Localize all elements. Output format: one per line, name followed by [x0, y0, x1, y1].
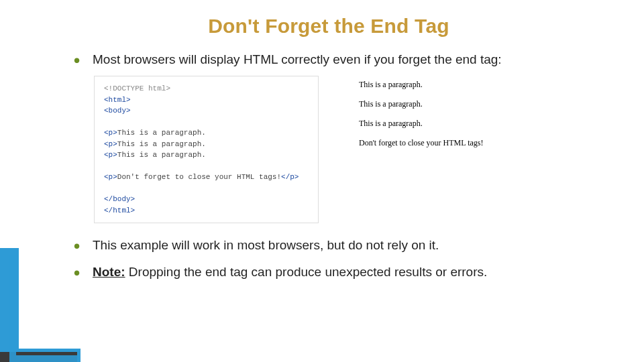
- slide-title: Don't Forget the End Tag: [54, 15, 604, 38]
- code-line-html-close: </html>: [104, 206, 135, 215]
- render-p1: This is a paragraph.: [359, 80, 483, 90]
- bullet-3-note: Note:: [93, 265, 125, 279]
- bullet-list: Most browsers will display HTML correctl…: [54, 50, 604, 69]
- code-line-body-open: <body>: [104, 107, 131, 115]
- render-p3: This is a paragraph.: [359, 119, 483, 129]
- bullet-2-text: This example will work in most browsers,…: [93, 238, 439, 252]
- code-p1-text: This is a paragraph.: [117, 129, 206, 137]
- bullet-1-text: Most browsers will display HTML correctl…: [93, 52, 502, 66]
- svg-marker-1: [0, 352, 77, 362]
- bullet-3: Note: Dropping the end tag can produce u…: [74, 262, 604, 282]
- slide-content: Don't Forget the End Tag Most browsers w…: [0, 0, 644, 302]
- bullet-2: This example will work in most browsers,…: [74, 235, 604, 255]
- bullet-3-rest: Dropping the end tag can produce unexpec…: [125, 265, 488, 279]
- code-p3-tag: <p>: [104, 151, 117, 159]
- code-p4-open: <p>: [104, 173, 117, 181]
- render-p2: This is a paragraph.: [359, 99, 483, 109]
- code-p2-tag: <p>: [104, 140, 117, 148]
- code-p4-text: Don't forget to close your HTML tags!: [117, 173, 281, 181]
- rendered-output: This is a paragraph. This is a paragraph…: [359, 76, 483, 158]
- code-p2-text: This is a paragraph.: [117, 140, 206, 148]
- code-line-body-close: </body>: [104, 195, 135, 203]
- render-p4: Don't forget to close your HTML tags!: [359, 138, 483, 148]
- code-p3-text: This is a paragraph.: [117, 151, 206, 159]
- code-example: <!DOCTYPE html> <html> <body> <p>This is…: [94, 76, 319, 223]
- code-p4-close: </p>: [281, 173, 299, 181]
- bullet-1: Most browsers will display HTML correctl…: [74, 50, 604, 69]
- example-panels: <!DOCTYPE html> <html> <body> <p>This is…: [94, 76, 604, 223]
- code-p1-tag: <p>: [104, 129, 117, 137]
- bullet-list-cont: This example will work in most browsers,…: [54, 235, 604, 282]
- code-line-html-open: <html>: [104, 96, 131, 104]
- code-line-doctype: <!DOCTYPE html>: [104, 84, 170, 93]
